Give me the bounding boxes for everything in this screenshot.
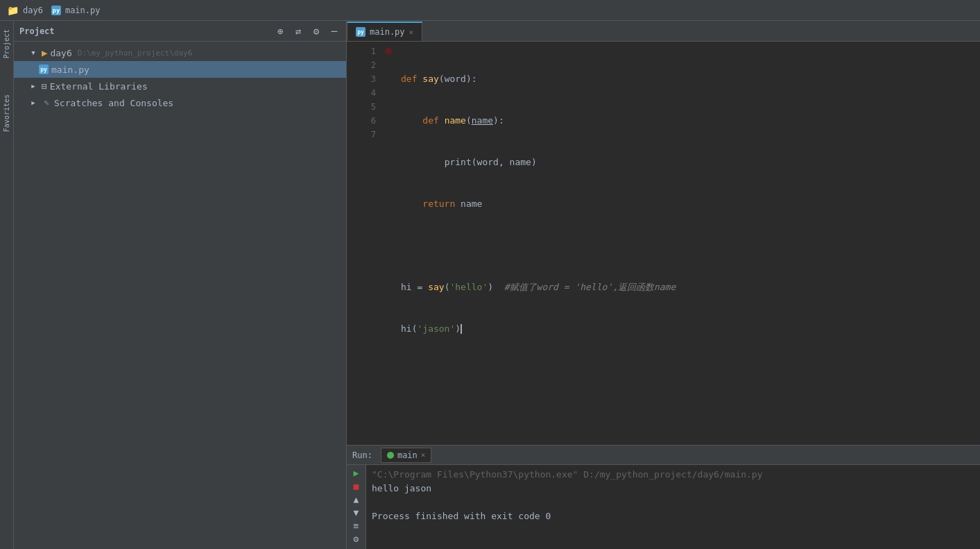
param-name: name	[472, 114, 493, 128]
indent-4	[401, 197, 422, 211]
bottom-content: ▶ ■ ▲ ▼ ≡ ⚙ "C:\Program Files\Python37\p…	[347, 465, 980, 549]
paren-7: (	[445, 280, 450, 294]
line-num-4: 4	[347, 86, 381, 100]
line-num-7: 7	[347, 128, 381, 142]
gutter-line-6[interactable]	[381, 114, 395, 128]
indent-3	[401, 155, 445, 169]
title-bar: 📁 day6 py main.py	[0, 0, 980, 21]
run-status-icon	[387, 452, 394, 459]
wrap-output-btn[interactable]: ≡	[350, 521, 363, 531]
settings-run-btn[interactable]: ⚙	[350, 534, 363, 544]
title-day6: day6	[23, 6, 43, 15]
console-output-line1: hello jason	[372, 482, 974, 496]
line-num-1: 1	[347, 44, 381, 58]
fn-say: say	[422, 72, 438, 86]
paren-6: )	[531, 155, 537, 169]
editor-content: 1 2 3 4 5 6 7 def say(word	[347, 42, 980, 445]
param-word: word	[445, 72, 466, 86]
tree-item-scratches[interactable]: ✎ Scratches and Consoles	[14, 94, 346, 111]
var-return-name: name	[461, 197, 482, 211]
var-hi-call: hi	[401, 322, 412, 336]
var-hi: hi	[401, 280, 412, 294]
title-main: main.py	[65, 6, 101, 15]
title-bar-tab-main[interactable]: py main.py	[51, 6, 101, 15]
tab-close-btn[interactable]: ×	[409, 28, 414, 37]
tree-item-mainpy[interactable]: py main.py	[14, 61, 346, 78]
gutter-line-1[interactable]	[381, 44, 395, 58]
tree-expand-icon-libs	[28, 81, 39, 92]
breakpoint-1	[385, 48, 392, 55]
gutter-line-7[interactable]	[381, 128, 395, 142]
str-jason: 'jason'	[417, 322, 455, 336]
vertical-tab-bar: Project Favorites	[0, 21, 14, 549]
code-line-5	[401, 239, 980, 253]
run-tab-label: main	[397, 450, 418, 460]
editor-area: py main.py × 1 2 3 4 5 6 7	[347, 21, 980, 549]
scratches-icon: ✎	[42, 98, 51, 108]
comma-1: ,	[499, 155, 510, 169]
run-tab-close[interactable]: ×	[421, 450, 426, 459]
gutter-line-4[interactable]	[381, 86, 395, 100]
console-output-line2	[372, 496, 974, 509]
project-panel: Project ⊕ ⇄ ⚙ ─ ▶ day6 D:\my_python_proj…	[14, 21, 347, 549]
tree-label-mainpy: main.py	[51, 65, 89, 75]
py-icon-mainpy: py	[39, 65, 49, 74]
op-assign: =	[412, 280, 428, 294]
code-line-2: def name(name):	[401, 114, 980, 128]
code-line-6: hi = say('hello') #赋值了word = 'hello',返回函…	[401, 280, 980, 294]
vertical-tab-project[interactable]: Project	[1, 26, 12, 61]
run-label: Run:	[352, 450, 372, 460]
folder-icon-libs: ⊟	[42, 81, 47, 92]
str-hello: 'hello'	[449, 280, 488, 294]
scroll-up-btn[interactable]: ▲	[350, 494, 363, 505]
scroll-down-btn[interactable]: ▼	[350, 507, 363, 518]
gutter-line-5[interactable]	[381, 100, 395, 114]
paren-9: (	[412, 322, 418, 336]
project-tree: ▶ day6 D:\my_python_project\day6 py main…	[14, 42, 346, 549]
paren-10: )	[455, 322, 461, 336]
tree-label-ext-libs: External Libraries	[50, 81, 148, 92]
paren-3: (	[466, 114, 472, 128]
gutter-line-2[interactable]	[381, 58, 395, 72]
tree-item-ext-libs[interactable]: ⊟ External Libraries	[14, 78, 346, 94]
text-cursor	[461, 324, 462, 334]
console-output: "C:\Program Files\Python37\python.exe" D…	[366, 465, 980, 549]
gutter	[381, 42, 395, 445]
tree-expand-icon-day6	[28, 47, 39, 58]
gutter-line-3[interactable]	[381, 72, 395, 86]
indent-2	[401, 114, 422, 128]
settings-icon[interactable]: ⚙	[310, 25, 323, 37]
gear-icon[interactable]: ⊕	[274, 25, 286, 37]
run-stop-btn[interactable]: ■	[350, 481, 363, 491]
sync-icon[interactable]: ⇄	[292, 25, 304, 37]
console-command: "C:\Program Files\Python37\python.exe" D…	[372, 468, 974, 482]
py-file-icon: py	[51, 6, 61, 15]
line-num-3: 3	[347, 72, 381, 86]
run-tab-main[interactable]: main ×	[381, 448, 432, 463]
var-word: word	[477, 155, 499, 169]
vertical-tab-favorites[interactable]: Favorites	[1, 92, 12, 135]
tree-item-day6[interactable]: ▶ day6 D:\my_python_project\day6	[14, 44, 346, 61]
kw-def-1: def	[401, 72, 422, 86]
code-line-7: hi('jason')	[401, 322, 980, 336]
builtin-print: print	[445, 155, 472, 169]
spaces-6	[493, 280, 504, 294]
paren-5: (	[472, 155, 477, 169]
line-num-2: 2	[347, 58, 381, 72]
tree-label-scratches: Scratches and Consoles	[54, 98, 173, 108]
folder-icon-day6: ▶	[42, 47, 47, 58]
bottom-panel-tabs: Run: main ×	[347, 446, 980, 465]
tab-py-icon: py	[356, 27, 366, 37]
line-numbers: 1 2 3 4 5 6 7	[347, 42, 381, 445]
code-line-3: print(word, name)	[401, 155, 980, 169]
fn-name: name	[445, 114, 466, 128]
title-bar-tab-day6[interactable]: 📁 day6	[7, 5, 43, 16]
code-editor[interactable]: def say(word): def name(name): print(wor…	[395, 42, 980, 445]
var-name: name	[510, 155, 531, 169]
paren-2: ):	[466, 72, 477, 86]
run-play-btn[interactable]: ▶	[350, 468, 363, 478]
editor-tab-mainpy[interactable]: py main.py ×	[347, 22, 422, 41]
kw-return: return	[422, 197, 461, 211]
minimize-icon[interactable]: ─	[328, 25, 341, 37]
main-layout: Project Favorites Project ⊕ ⇄ ⚙ ─ ▶ day6…	[0, 21, 980, 549]
